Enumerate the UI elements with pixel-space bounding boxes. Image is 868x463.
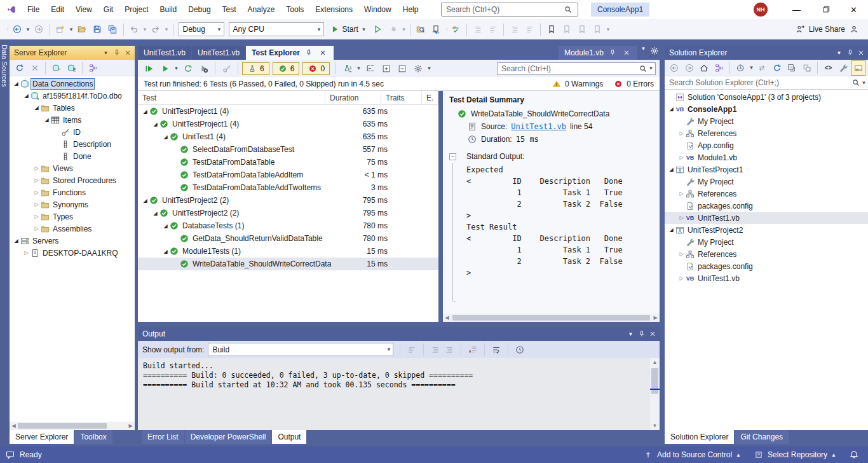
navigate-back-button[interactable] bbox=[10, 22, 25, 37]
timestamp-icon[interactable] bbox=[515, 345, 525, 355]
tree-expander[interactable]: ▷ bbox=[33, 214, 40, 219]
close-icon[interactable] bbox=[621, 48, 632, 58]
test-row[interactable]: ◢UnitTestProject2 (2)795 ms bbox=[138, 207, 438, 219]
next-bookmark-button[interactable] bbox=[574, 22, 589, 37]
server-explorer-item[interactable]: ▷Functions bbox=[10, 186, 135, 198]
group-by-button[interactable] bbox=[340, 61, 355, 76]
tree-expander[interactable]: ◢ bbox=[162, 223, 169, 229]
server-explorer-item[interactable]: ID bbox=[10, 126, 135, 138]
menu-project[interactable]: Project bbox=[119, 0, 154, 19]
tree-expander[interactable]: ◢ bbox=[152, 211, 159, 216]
notifications-bell-icon[interactable] bbox=[849, 450, 859, 460]
tree-expander[interactable]: ▷ bbox=[33, 190, 40, 195]
project-badge[interactable]: ConsoleApp1 bbox=[591, 3, 649, 17]
previous-message-icon[interactable] bbox=[430, 345, 440, 355]
tree-expander[interactable]: ▷ bbox=[678, 155, 685, 160]
passed-tests-badge[interactable]: 6 bbox=[273, 62, 300, 75]
sx-back-button[interactable] bbox=[667, 60, 682, 76]
step-over-button[interactable] bbox=[470, 22, 485, 37]
switch-views-button[interactable] bbox=[712, 60, 727, 76]
panel-tab-output[interactable]: Output bbox=[272, 430, 306, 444]
tree-expander[interactable]: ▷ bbox=[33, 177, 40, 183]
server-explorer-item[interactable]: ◢Tables bbox=[10, 102, 135, 114]
next-message-icon[interactable] bbox=[444, 345, 454, 355]
tree-expander[interactable]: ◢ bbox=[13, 81, 20, 86]
preview-selected-items-button[interactable] bbox=[851, 60, 865, 76]
dropdown-chevron[interactable]: ▼ bbox=[25, 27, 31, 32]
decrease-indent-button[interactable] bbox=[507, 22, 522, 37]
menu-analyze[interactable]: Analyze bbox=[242, 0, 281, 19]
sync-with-active-document-button[interactable] bbox=[755, 60, 770, 76]
dropdown-chevron[interactable]: ▼ bbox=[361, 27, 367, 32]
tree-expander[interactable]: ▷ bbox=[678, 130, 685, 136]
menu-test[interactable]: Test bbox=[217, 0, 242, 19]
tree-expander[interactable]: ◢ bbox=[142, 198, 149, 204]
feedback-icon[interactable] bbox=[849, 24, 859, 34]
clear-bookmarks-button[interactable] bbox=[590, 22, 604, 37]
solution-explorer-item[interactable]: packages.config bbox=[665, 260, 868, 272]
tree-expander[interactable]: ◢ bbox=[43, 117, 50, 123]
warnings-indicator[interactable]: 0 Warnings bbox=[552, 79, 603, 89]
menu-view[interactable]: View bbox=[70, 0, 98, 19]
menu-edit[interactable]: Edit bbox=[45, 0, 70, 19]
tree-expander[interactable]: ▷ bbox=[23, 250, 30, 256]
test-row[interactable]: ◢UnitTestProject2 (2)795 ms bbox=[138, 194, 438, 207]
test-row[interactable]: TestDataFromDataTableAddTwoItems3 ms bbox=[138, 181, 438, 194]
toolbar-grip[interactable]: ⁞ bbox=[446, 26, 447, 32]
tree-expander[interactable]: ▷ bbox=[678, 191, 685, 197]
window-position-icon[interactable]: ▼ bbox=[625, 329, 636, 339]
tree-expander[interactable]: ◢ bbox=[142, 109, 149, 114]
close-icon[interactable] bbox=[318, 48, 328, 58]
hot-reload-button[interactable] bbox=[386, 22, 400, 37]
feedback-bubble-icon[interactable] bbox=[5, 450, 15, 460]
pin-icon[interactable] bbox=[304, 48, 314, 58]
collapse-expander[interactable]: − bbox=[449, 153, 456, 160]
dropdown-chevron[interactable]: ▼ bbox=[217, 27, 222, 32]
test-row[interactable]: GetData_ShouldReturnValidDataTable780 ms bbox=[138, 232, 438, 245]
document-tab-0[interactable]: UnitTest1.vb bbox=[138, 46, 191, 60]
column-header-traits[interactable]: Traits bbox=[381, 91, 422, 104]
tree-expander[interactable]: ◢ bbox=[152, 121, 159, 127]
solution-explorer-item[interactable]: packages.config bbox=[665, 200, 868, 212]
panel-tab-developer-powershell[interactable]: Developer PowerShell bbox=[185, 430, 272, 444]
solution-explorer-item[interactable]: Solution 'ConsoleApp1' (3 of 3 projects) bbox=[665, 91, 868, 103]
search-options-chevron[interactable]: ▼ bbox=[861, 80, 867, 86]
dropdown-chevron[interactable]: ▼ bbox=[426, 66, 432, 71]
toolbar-grip[interactable]: ⁞ bbox=[7, 26, 8, 32]
column-header-e[interactable]: E. bbox=[422, 91, 438, 104]
dropdown-chevron[interactable]: ▼ bbox=[605, 27, 611, 32]
data-sources-side-tab[interactable]: Data Sources bbox=[0, 39, 10, 446]
toggle-bookmark-button[interactable] bbox=[544, 22, 559, 37]
view-code-button[interactable]: <> bbox=[821, 60, 836, 76]
start-debug-button[interactable]: Start▼ bbox=[327, 22, 370, 37]
tree-expander[interactable]: ◢ bbox=[162, 134, 169, 140]
column-header-test[interactable]: Test bbox=[138, 91, 325, 104]
home-button[interactable] bbox=[697, 60, 712, 76]
solution-explorer-item[interactable]: ▷VBModule1.vb bbox=[665, 151, 868, 163]
navigate-forward-button[interactable] bbox=[32, 22, 46, 37]
test-row[interactable]: ◢DatabaseTests (1)780 ms bbox=[138, 219, 438, 232]
output-console[interactable]: Build started...========== Build: 0 succ… bbox=[138, 358, 660, 430]
dropdown-chevron[interactable]: ▼ bbox=[356, 66, 362, 71]
start-without-debugging-button[interactable] bbox=[370, 22, 385, 37]
total-tests-badge[interactable]: 6 bbox=[242, 62, 269, 75]
solution-explorer-item[interactable]: ▷References bbox=[665, 248, 868, 260]
connect-to-database-button[interactable] bbox=[49, 60, 64, 76]
new-project-button[interactable] bbox=[53, 22, 68, 37]
tree-expander[interactable]: ◢ bbox=[33, 105, 40, 111]
test-row[interactable]: ◢UnitTestProject1 (4)635 ms bbox=[138, 118, 438, 130]
document-tab-2[interactable]: Test Explorer bbox=[246, 46, 334, 60]
configuration-select[interactable]: Debug▼ bbox=[179, 22, 224, 36]
menu-window[interactable]: Window bbox=[358, 0, 397, 19]
pin-icon[interactable] bbox=[636, 329, 647, 339]
server-explorer-item[interactable]: ▷Views bbox=[10, 162, 135, 174]
tree-expander[interactable]: ◢ bbox=[668, 167, 675, 172]
run-all-tests-button[interactable] bbox=[142, 61, 156, 76]
spell-check-button[interactable]: abc bbox=[449, 22, 463, 37]
pin-icon[interactable] bbox=[844, 48, 855, 58]
solution-explorer-item[interactable]: App.config bbox=[665, 139, 868, 151]
close-icon[interactable] bbox=[647, 329, 658, 339]
tree-expander[interactable]: ◢ bbox=[13, 238, 20, 244]
refresh-button[interactable] bbox=[12, 60, 27, 76]
solution-explorer-search[interactable]: Search Solution Explorer (Ctrl+;) ▼ bbox=[665, 76, 868, 90]
